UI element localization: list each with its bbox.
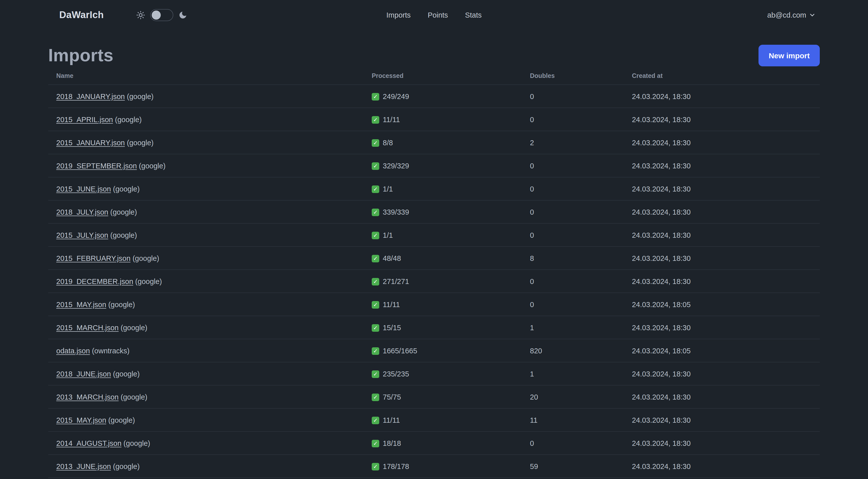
page-header: Imports New import	[48, 44, 820, 66]
processed-count: 339/339	[383, 208, 409, 216]
cell-created-at: 24.03.2024, 18:30	[624, 385, 820, 409]
chevron-down-icon	[809, 11, 816, 19]
cell-created-at: 24.03.2024, 18:30	[624, 316, 820, 339]
cell-doubles: 0	[522, 108, 624, 131]
cell-processed: 8/8	[364, 131, 522, 154]
moon-icon	[178, 10, 187, 20]
new-import-button[interactable]: New import	[759, 44, 820, 66]
processed-count: 271/271	[383, 277, 409, 285]
cell-created-at: 24.03.2024, 18:30	[624, 362, 820, 385]
cell-doubles	[522, 478, 624, 479]
import-source-label: (google)	[113, 185, 140, 193]
main-navigation: Imports Points Stats	[386, 11, 482, 19]
import-file-link[interactable]: 2015_FEBRUARY.json	[56, 254, 131, 262]
table-row: 2015_JULY.json (google)1/1024.03.2024, 1…	[48, 223, 820, 246]
import-file-link[interactable]: 2018_JULY.json	[56, 208, 108, 216]
import-file-link[interactable]: 2015_MARCH.json	[56, 324, 119, 331]
success-check-icon	[372, 278, 379, 285]
table-row: 2015_APRIL.json (google)11/11024.03.2024…	[48, 108, 820, 131]
cell-name: 2018_JUNE.json (google)	[48, 362, 364, 385]
import-file-link[interactable]: 2015_JUNE.json	[56, 185, 111, 193]
import-file-link[interactable]: 2018_JANUARY.json	[56, 92, 125, 100]
processed-count: 235/235	[383, 370, 409, 378]
success-check-icon	[372, 301, 379, 308]
import-source-label: (google)	[115, 115, 142, 123]
processed-count: 1665/1665	[383, 347, 417, 355]
column-header-name: Name	[48, 66, 364, 85]
imports-table-header: Name Processed Doubles Created at	[48, 66, 820, 85]
nav-link-points[interactable]: Points	[428, 11, 448, 19]
cell-name: 2018_JANUARY.json (google)	[48, 85, 364, 108]
import-file-link[interactable]: 2015_APRIL.json	[56, 115, 113, 123]
theme-switcher	[136, 9, 187, 21]
import-source-label: (google)	[121, 324, 147, 331]
import-source-label: (owntracks)	[92, 347, 130, 355]
cell-doubles: 0	[522, 270, 624, 293]
processed-count: 15/15	[383, 324, 401, 331]
cell-created-at: 24.03.2024, 18:30	[624, 455, 820, 478]
cell-doubles: 59	[522, 455, 624, 478]
cell-processed: 235/235	[364, 362, 522, 385]
cell-doubles: 820	[522, 339, 624, 362]
success-check-icon	[372, 255, 379, 262]
success-check-icon	[372, 324, 379, 331]
import-file-link[interactable]: 2013_MARCH.json	[56, 393, 119, 401]
processed-count: 1/1	[383, 231, 393, 239]
import-file-link[interactable]: 2013_JUNE.json	[56, 462, 111, 470]
cell-doubles: 1	[522, 362, 624, 385]
user-menu[interactable]: ab@cd.com	[767, 11, 816, 19]
cell-processed: 271/271	[364, 270, 522, 293]
theme-toggle[interactable]	[150, 9, 173, 21]
import-file-link[interactable]: 2015_MAY.json	[56, 300, 106, 308]
success-check-icon	[372, 440, 379, 447]
success-check-icon	[372, 370, 379, 378]
import-file-link[interactable]: 2019_SEPTEMBER.json	[56, 161, 137, 170]
cell-name: 2015_JULY.json (google)	[48, 223, 364, 246]
table-row: 2015_JUNE.json (google)1/1024.03.2024, 1…	[48, 177, 820, 200]
table-row: odata.json (owntracks)1665/166582024.03.…	[48, 339, 820, 362]
success-check-icon	[372, 347, 379, 355]
main-content: Imports New import Name Processed Double…	[0, 44, 868, 479]
cell-created-at: 24.03.2024, 18:30	[624, 223, 820, 246]
cell-processed: 1665/1665	[364, 339, 522, 362]
import-source-label: (google)	[108, 416, 135, 424]
cell-name: 2015_JANUARY.json (google)	[48, 131, 364, 154]
processed-count: 11/11	[383, 300, 400, 308]
import-file-link[interactable]: odata.json	[56, 347, 90, 355]
cell-processed: 11/11	[364, 108, 522, 131]
cell-doubles: 0	[522, 200, 624, 223]
import-source-label: (google)	[133, 254, 159, 262]
import-source-label: (google)	[121, 393, 147, 401]
cell-created-at	[624, 478, 820, 479]
cell-doubles: 11	[522, 409, 624, 431]
success-check-icon	[372, 162, 379, 170]
cell-doubles: 0	[522, 154, 624, 177]
table-row: 2019_SEPTEMBER.json (google)329/329024.0…	[48, 154, 820, 177]
cell-created-at: 24.03.2024, 18:30	[624, 108, 820, 131]
table-row: 2015_MARCH.json (google)15/15124.03.2024…	[48, 316, 820, 339]
nav-link-stats[interactable]: Stats	[465, 11, 482, 19]
column-header-processed: Processed	[364, 66, 522, 85]
import-source-label: (google)	[113, 370, 140, 378]
import-file-link[interactable]: 2018_JUNE.json	[56, 370, 111, 378]
import-source-label: (google)	[108, 300, 135, 308]
brand-logo[interactable]: DaWarIch	[59, 9, 104, 21]
success-check-icon	[372, 93, 379, 100]
success-check-icon	[372, 393, 379, 401]
table-row: 2015_FEBRUARY.json (google)48/48824.03.2…	[48, 246, 820, 270]
processed-count: 11/11	[383, 115, 400, 123]
cell-created-at: 24.03.2024, 18:05	[624, 293, 820, 316]
cell-name: 2019_DECEMBER.json (google)	[48, 270, 364, 293]
import-file-link[interactable]: 2019_DECEMBER.json	[56, 277, 133, 285]
import-file-link[interactable]: 2015_JANUARY.json	[56, 139, 125, 147]
import-file-link[interactable]: 2015_JULY.json	[56, 231, 108, 239]
import-file-link[interactable]: 2014_AUGUST.json	[56, 439, 122, 447]
column-header-created-at: Created at	[624, 66, 820, 85]
import-file-link[interactable]: 2015_MAY.json	[56, 416, 106, 424]
processed-count: 18/18	[383, 439, 401, 447]
cell-processed: 11/11	[364, 409, 522, 431]
nav-link-imports[interactable]: Imports	[386, 11, 411, 19]
cell-processed: 329/329	[364, 154, 522, 177]
cell-name: 2015_MAY.json (google)	[48, 293, 364, 316]
success-check-icon	[372, 416, 379, 424]
